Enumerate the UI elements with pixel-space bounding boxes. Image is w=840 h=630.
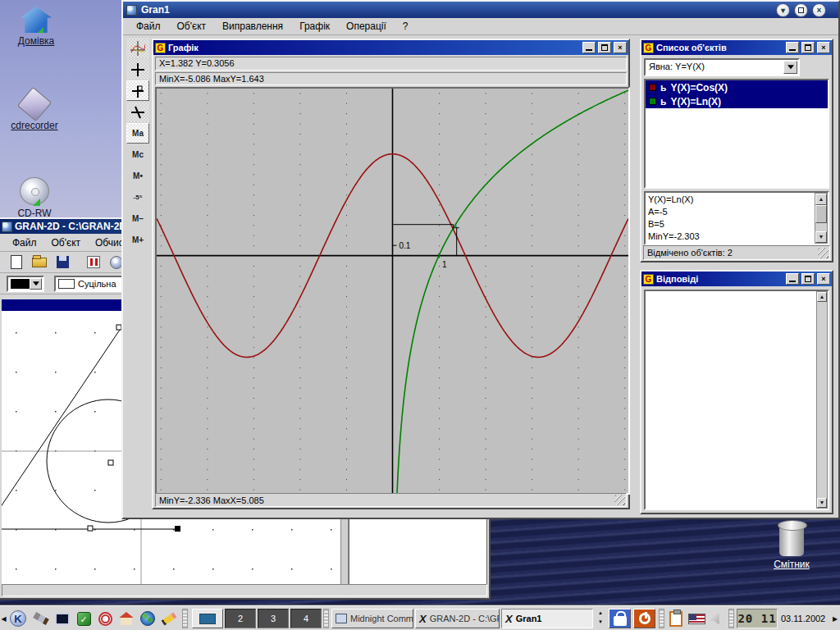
close-button[interactable]: × — [614, 42, 627, 53]
color-combo-arrow[interactable] — [30, 278, 42, 290]
menu-object[interactable]: Об'єкт — [44, 235, 89, 251]
desktop-icon-cdrw[interactable]: CD-RW — [5, 177, 64, 219]
gran1-window[interactable]: Gran1 ▾ × Файл Об'єкт Виправлення Графік… — [121, 0, 840, 519]
combo-arrow-button[interactable] — [783, 61, 797, 74]
graph-tool-button[interactable] — [126, 38, 149, 58]
axes-tool-button[interactable] — [126, 59, 149, 80]
desktop-icon-cdrecorder[interactable]: cdrecorder — [5, 89, 64, 131]
menu-file[interactable]: Файл — [5, 235, 44, 251]
answers-window[interactable]: G Відповіді × ▲ ▼ — [640, 270, 833, 514]
graph-window[interactable]: G Графік × X=1.382 Y=0.3056 MinX=-5.086 … — [152, 39, 630, 509]
keyboard-layout-tray[interactable] — [687, 609, 706, 628]
terminal-launcher[interactable] — [52, 609, 72, 628]
desktop-icon-label[interactable]: Домівка — [7, 35, 66, 47]
menu-edit[interactable]: Виправлення — [214, 19, 291, 34]
maximize-button[interactable] — [801, 273, 815, 285]
range-button[interactable]: -5⁵ — [126, 187, 149, 208]
scroll-down-button[interactable]: ▼ — [817, 498, 827, 508]
tasklist-scroll[interactable]: ▲ ▼ — [596, 609, 605, 628]
minimize-button[interactable] — [786, 273, 799, 285]
desktop-icon-label[interactable]: Смітник — [762, 559, 821, 570]
m-plus-button[interactable]: M+ — [126, 230, 149, 250]
lock-screen-button[interactable] — [609, 609, 631, 628]
minimize-button[interactable] — [786, 42, 799, 53]
object-type-combobox[interactable]: Явна: Y=Y(X) — [644, 58, 800, 76]
pager-desktop-3[interactable]: 3 — [258, 609, 289, 628]
paint-launcher[interactable] — [31, 609, 51, 628]
properties-scrollbar[interactable]: ▲ ▼ — [815, 193, 828, 244]
panel-handle[interactable] — [182, 609, 188, 628]
menu-file[interactable]: Файл — [128, 19, 169, 34]
scroll-down-button[interactable]: ▼ — [815, 231, 827, 243]
menu-graph[interactable]: Графік — [291, 19, 338, 34]
home-launcher[interactable] — [116, 609, 136, 628]
lcd-clock[interactable]: 20 11 — [737, 609, 778, 628]
scroll-up-icon[interactable]: ▲ — [596, 609, 605, 618]
graph-titlebar[interactable]: G Графік × — [153, 40, 628, 55]
close-button[interactable]: × — [817, 42, 830, 53]
scroll-up-button[interactable]: ▲ — [815, 194, 827, 205]
kmenu-button[interactable]: K — [8, 609, 28, 628]
answers-scrollbar[interactable]: ▲ ▼ — [816, 291, 828, 509]
scroll-up-button[interactable]: ▲ — [817, 292, 827, 302]
shade-button[interactable]: ▾ — [776, 3, 790, 17]
panel-handle[interactable] — [728, 609, 734, 628]
scrollbar-thumb[interactable] — [815, 205, 827, 223]
logout-button[interactable] — [633, 609, 655, 628]
answers-titlebar[interactable]: G Відповіді × — [641, 272, 832, 286]
klipper-tray[interactable] — [666, 609, 686, 628]
help-launcher[interactable] — [95, 609, 115, 628]
mc-button[interactable]: Mc — [126, 144, 149, 165]
task-gran1[interactable]: X Gran1 — [501, 609, 593, 628]
panel-hide-right-button[interactable]: ▶ — [831, 609, 839, 628]
maximize-button[interactable] — [794, 3, 808, 17]
minimize-button[interactable] — [582, 42, 596, 53]
object-properties-box[interactable]: Y(X)=Ln(X) A=-5 B=5 MinY=-2.303 ▲ ▼ — [644, 191, 829, 245]
panel-handle[interactable] — [323, 609, 329, 628]
slant-tool-button[interactable] — [126, 102, 149, 122]
objects-titlebar[interactable]: G Список об'єктів × — [641, 40, 832, 55]
animation-button[interactable] — [84, 253, 103, 272]
gran1-titlebar[interactable]: Gran1 ▾ × — [123, 2, 838, 18]
save-file-button[interactable] — [52, 253, 72, 272]
package-launcher[interactable]: ✓ — [74, 609, 94, 628]
cdrecorder-device-icon — [17, 87, 52, 121]
pager-desktop-2[interactable]: 2 — [225, 609, 256, 628]
m-minus-button[interactable]: M− — [126, 208, 149, 229]
volume-tray[interactable] — [707, 609, 727, 628]
menu-object[interactable]: Об'єкт — [169, 19, 215, 34]
desktop-icon-trash[interactable]: Смітник — [762, 525, 821, 570]
m-point-button[interactable]: M• — [126, 166, 149, 186]
maximize-button[interactable] — [801, 42, 815, 53]
resize-grip[interactable] — [818, 248, 829, 258]
open-file-button[interactable] — [30, 253, 49, 272]
list-item[interactable]: ь Y(X)=Ln(X) — [646, 94, 828, 108]
color-combobox[interactable] — [7, 276, 44, 292]
list-item[interactable]: ь Y(X)=Cos(X) — [646, 80, 828, 94]
desktop-icon-label[interactable]: cdrecorder — [5, 120, 64, 131]
menu-help[interactable]: ? — [395, 19, 417, 34]
task-gran2d[interactable]: X GRAN-2D - C:\GR — [415, 609, 500, 628]
close-button[interactable]: × — [817, 273, 830, 285]
objects-list-window[interactable]: G Список об'єктів × Явна: Y=Y(X) ь Y(X)=… — [640, 39, 833, 262]
task-midnight-commander[interactable]: Midnight Comman — [331, 609, 413, 628]
pager-desktop-4[interactable]: 4 — [290, 609, 322, 628]
menu-operations[interactable]: Операції — [338, 19, 395, 34]
resize-grip[interactable] — [614, 495, 625, 505]
panel-handle[interactable] — [659, 609, 664, 628]
scroll-down-icon[interactable]: ▼ — [596, 618, 605, 627]
coordinates-tool-button[interactable] — [126, 80, 149, 101]
new-file-button[interactable] — [7, 253, 26, 272]
browser-launcher[interactable] — [138, 609, 158, 628]
date-display[interactable]: 03.11.2002 — [781, 609, 829, 628]
maximize-button[interactable] — [598, 42, 611, 53]
objects-listbox[interactable]: ь Y(X)=Cos(X) ь Y(X)=Ln(X) — [644, 79, 829, 189]
close-button[interactable]: × — [812, 3, 826, 17]
ma-button[interactable]: Ma — [126, 123, 149, 144]
editor-launcher[interactable] — [159, 609, 179, 628]
answers-content[interactable]: ▲ ▼ — [644, 290, 829, 510]
panel-hide-left-button[interactable]: ◀ — [0, 609, 7, 628]
plot-area[interactable]: 10.1 — [155, 87, 630, 495]
desktop-icon-home[interactable]: Домівка — [7, 7, 66, 47]
pager-desktop-1[interactable] — [192, 609, 223, 628]
